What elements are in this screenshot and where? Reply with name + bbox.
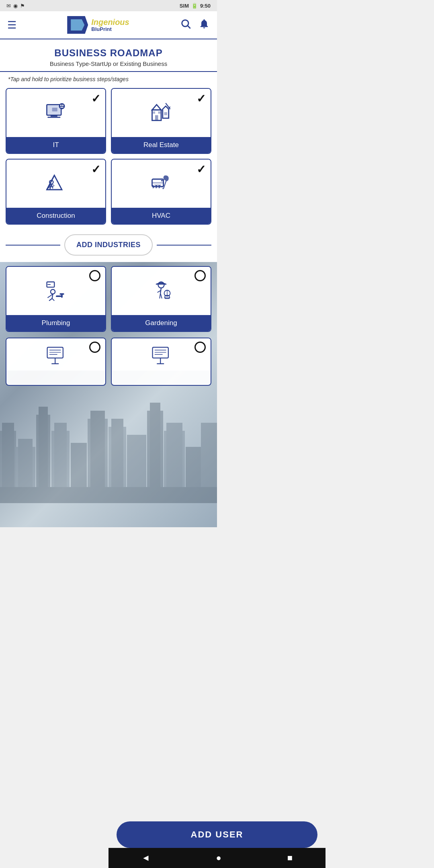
gardening-icon bbox=[149, 279, 173, 303]
menu-button[interactable]: ☰ bbox=[7, 19, 16, 31]
industry-card-hvac[interactable]: ✓ HVAC bbox=[111, 159, 211, 225]
industry-card-plumbing[interactable]: Plumbing bbox=[6, 266, 106, 332]
industry-label-plumbing: Plumbing bbox=[6, 315, 105, 331]
svg-rect-16 bbox=[164, 112, 168, 115]
svg-rect-10 bbox=[60, 107, 63, 108]
page-subtitle: Business Type-StartUp or Existing Busine… bbox=[8, 60, 209, 67]
svg-point-0 bbox=[182, 20, 188, 26]
industry-card-signage2[interactable] bbox=[111, 338, 211, 386]
gardening-circle-icon bbox=[194, 270, 206, 281]
svg-rect-14 bbox=[153, 111, 155, 114]
industry-label-it: IT bbox=[6, 137, 105, 153]
industry-card-real-estate-top: ✓ bbox=[112, 89, 211, 137]
it-check-icon: ✓ bbox=[91, 92, 100, 105]
svg-rect-75 bbox=[47, 347, 63, 358]
industry-card-it[interactable]: ✓ IT bbox=[6, 88, 106, 154]
add-industries-button[interactable]: ADD INDUSTRIES bbox=[64, 234, 153, 256]
header: ☰ Ingenious BluPrint bbox=[0, 11, 217, 39]
left-divider bbox=[6, 245, 60, 246]
battery-icon: 🔋 bbox=[191, 3, 198, 9]
header-actions bbox=[180, 18, 210, 32]
svg-line-69 bbox=[160, 293, 162, 299]
notification-bell-button[interactable] bbox=[199, 18, 210, 32]
industry-card-it-top: ✓ bbox=[6, 89, 105, 137]
page-title-section: BUSINESS ROADMAP Business Type-StartUp o… bbox=[0, 39, 217, 72]
it-icon bbox=[44, 101, 68, 125]
logo-icon-inner bbox=[71, 19, 84, 31]
partial-industry-row bbox=[0, 338, 217, 386]
svg-rect-4 bbox=[51, 115, 57, 117]
industry-card-construction-top: ✓ bbox=[6, 160, 105, 208]
industry-card-real-estate[interactable]: ✓ Real Estate bbox=[111, 88, 211, 154]
city-background-section: Plumbing bbox=[0, 262, 217, 527]
industry-card-gardening[interactable]: Gardening bbox=[111, 266, 211, 332]
flag-status-icon: ⚑ bbox=[20, 3, 25, 9]
industry-card-plumbing-top bbox=[6, 267, 105, 315]
logo-icon-shape bbox=[67, 16, 88, 34]
real-estate-check-icon: ✓ bbox=[197, 92, 206, 105]
industry-label-real-estate: Real Estate bbox=[112, 137, 211, 153]
signage2-top bbox=[112, 338, 211, 371]
svg-rect-9 bbox=[62, 104, 63, 106]
svg-point-7 bbox=[59, 103, 65, 109]
industry-card-hvac-top: ✓ bbox=[112, 160, 211, 208]
svg-line-59 bbox=[52, 299, 55, 301]
signage2-circle-icon bbox=[194, 342, 206, 353]
signage1-top bbox=[6, 338, 105, 371]
signage1-icon bbox=[44, 344, 68, 364]
status-right-icons: SIM 🔋 9:50 bbox=[180, 3, 211, 9]
svg-marker-12 bbox=[152, 104, 162, 110]
status-left-icons: ✉ ◉ ⚑ bbox=[6, 3, 25, 9]
construction-icon bbox=[44, 172, 68, 196]
hint-text: *Tap and hold to prioritize business ste… bbox=[0, 72, 217, 88]
hvac-check-icon: ✓ bbox=[197, 163, 206, 176]
svg-rect-13 bbox=[155, 115, 158, 121]
industry-label-construction: Construction bbox=[6, 208, 105, 224]
signage1-circle-icon bbox=[89, 342, 100, 353]
sim-icon: SIM bbox=[180, 3, 189, 9]
page-title: BUSINESS ROADMAP bbox=[8, 47, 209, 59]
hvac-icon bbox=[149, 172, 173, 196]
city-silhouette bbox=[0, 391, 217, 503]
logo-text-bottom: BluPrint bbox=[91, 27, 129, 32]
add-industries-section: ADD INDUSTRIES bbox=[0, 230, 217, 262]
svg-rect-8 bbox=[60, 104, 61, 106]
real-estate-icon bbox=[149, 101, 173, 125]
status-bar: ✉ ◉ ⚑ SIM 🔋 9:50 bbox=[0, 0, 217, 11]
app-logo: Ingenious BluPrint bbox=[67, 16, 129, 34]
plumbing-icon bbox=[44, 279, 68, 303]
available-industry-grid: Plumbing bbox=[0, 266, 217, 338]
svg-rect-81 bbox=[153, 347, 168, 358]
svg-rect-55 bbox=[47, 284, 51, 285]
logo-text-top: Ingenious bbox=[91, 18, 129, 27]
industry-card-signage1[interactable] bbox=[6, 338, 106, 386]
industry-label-gardening: Gardening bbox=[112, 315, 211, 331]
svg-line-1 bbox=[188, 26, 190, 28]
industry-card-construction[interactable]: ✓ Construction bbox=[6, 159, 106, 225]
search-button[interactable] bbox=[180, 18, 191, 32]
svg-line-61 bbox=[47, 296, 50, 298]
svg-rect-6 bbox=[52, 108, 57, 111]
signage2-icon bbox=[149, 344, 173, 364]
svg-rect-64 bbox=[59, 293, 64, 295]
svg-line-58 bbox=[49, 299, 52, 301]
svg-rect-53 bbox=[0, 487, 217, 503]
svg-line-25 bbox=[52, 184, 55, 186]
plumbing-circle-icon bbox=[89, 270, 100, 281]
svg-rect-5 bbox=[47, 117, 60, 118]
selected-industry-grid: ✓ IT ✓ bbox=[0, 88, 217, 230]
email-status-icon: ✉ bbox=[6, 3, 11, 9]
svg-rect-15 bbox=[158, 111, 161, 114]
time-display: 9:50 bbox=[200, 3, 211, 9]
construction-check-icon: ✓ bbox=[91, 163, 100, 176]
right-divider bbox=[157, 245, 211, 246]
svg-point-56 bbox=[51, 289, 55, 294]
industry-card-gardening-top bbox=[112, 267, 211, 315]
logo-text: Ingenious BluPrint bbox=[91, 18, 129, 32]
industry-label-hvac: HVAC bbox=[112, 208, 211, 224]
svg-point-32 bbox=[161, 180, 163, 182]
signal-status-icon: ◉ bbox=[13, 3, 18, 9]
